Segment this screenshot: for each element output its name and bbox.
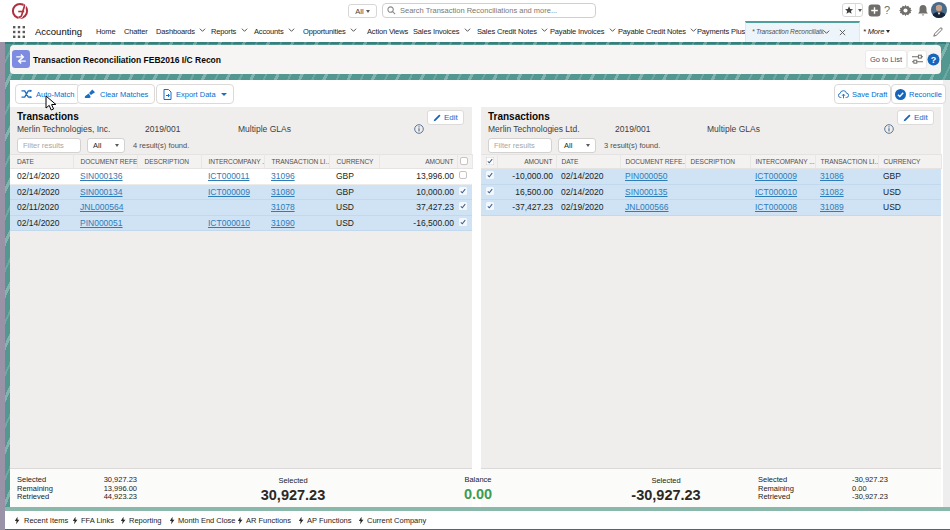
svg-text:?: ? bbox=[931, 55, 937, 65]
